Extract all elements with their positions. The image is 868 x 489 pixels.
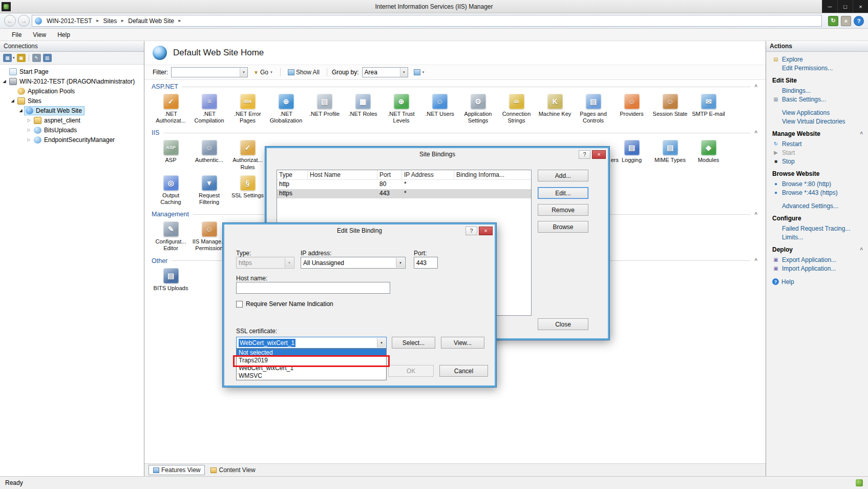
collapse-chevron-icon[interactable]: ^ xyxy=(860,247,863,253)
group-by-select[interactable]: Area ▼ xyxy=(362,67,408,77)
close-button[interactable]: × xyxy=(853,0,868,13)
breadcrumb-item-sites[interactable]: Sites xyxy=(102,17,119,25)
dialog-help-button[interactable]: ? xyxy=(579,150,590,159)
collapse-chevron-icon[interactable]: ^ xyxy=(754,212,758,217)
feature-smtp-e-mail[interactable]: ✉SMTP E-mail xyxy=(689,92,728,124)
tree-item-win-2012-test-dragon-administrator[interactable]: ◢WIN-2012-TEST (DRAGON\administrator) xyxy=(0,76,144,86)
go-button[interactable]: ▼ Go ▼ xyxy=(251,68,276,77)
tree-item-aspnet-client[interactable]: ▷aspnet_client xyxy=(0,115,144,125)
action-start[interactable]: ▶Start xyxy=(772,148,863,157)
feature-net-globalization[interactable]: ⊕.NET Globalization xyxy=(267,92,305,124)
stop-icon[interactable]: × xyxy=(841,16,851,26)
view-options-dropdown-icon[interactable]: ▼ xyxy=(422,71,425,74)
action-export-application[interactable]: ▣Export Application... xyxy=(772,255,863,264)
filter-input[interactable]: ▼ xyxy=(171,67,248,77)
dropdown-arrow-icon[interactable]: ▼ xyxy=(396,258,405,268)
remove-button[interactable]: Remove xyxy=(538,204,588,216)
feature-providers[interactable]: ☺Providers xyxy=(612,92,651,124)
feature-net-trust-levels[interactable]: ⊕.NET Trust Levels xyxy=(382,92,420,124)
dialog-titlebar[interactable]: Site Bindings ? × xyxy=(267,148,608,160)
feature-net-compilation[interactable]: ≡.NET Compilation xyxy=(190,92,228,124)
action-view-virtual-directories[interactable]: View Virtual Directories xyxy=(772,117,863,126)
action-edit-permissions[interactable]: Edit Permissions... xyxy=(772,64,863,72)
feature-net-roles[interactable]: ▦.NET Roles xyxy=(344,92,382,124)
feature-net-profile[interactable]: ▤.NET Profile xyxy=(305,92,344,124)
feature-connection-strings[interactable]: abConnection Strings xyxy=(497,92,536,124)
port-input[interactable]: 443 xyxy=(414,257,438,269)
go-dropdown-icon[interactable]: ▼ xyxy=(270,71,273,74)
action-limits[interactable]: Limits... xyxy=(772,233,863,241)
action-restart[interactable]: ↻Restart xyxy=(772,139,863,148)
collapse-chevron-icon[interactable]: ^ xyxy=(754,84,758,90)
column-header-binding-informa[interactable]: Binding Informa... xyxy=(454,170,531,179)
dropdown-arrow-icon[interactable]: ▼ xyxy=(240,68,247,77)
feature-request-filtering[interactable]: ▼Request Filtering xyxy=(190,174,228,206)
feature-modules[interactable]: ◆Modules xyxy=(689,138,728,170)
feature-output-caching[interactable]: ◎Output Caching xyxy=(152,174,190,206)
sni-checkbox[interactable]: Require Server Name Indication xyxy=(236,300,333,308)
binding-row-https[interactable]: https443* xyxy=(277,189,531,198)
tree-item-start-page[interactable]: Start Page xyxy=(0,67,144,76)
save-connection-icon[interactable]: ▣ xyxy=(17,54,26,62)
view-certificate-button[interactable]: View... xyxy=(441,337,484,349)
help-icon[interactable]: ? xyxy=(854,16,864,26)
feature-application-settings[interactable]: ⚙Application Settings xyxy=(459,92,497,124)
feature-machine-key[interactable]: KMachine Key xyxy=(536,92,574,124)
feature-logging[interactable]: ▤Logging xyxy=(612,138,651,170)
servers-icon[interactable]: ▥ xyxy=(43,54,52,62)
feature-authentic[interactable]: ☺Authentic... xyxy=(190,138,228,170)
tree-expander-icon[interactable]: ▷ xyxy=(26,128,32,132)
tree-item-application-pools[interactable]: Application Pools xyxy=(0,86,144,96)
tab-features-view[interactable]: Features View xyxy=(149,465,205,475)
host-name-input[interactable] xyxy=(236,282,390,294)
dialog-close-button[interactable]: × xyxy=(592,150,606,159)
back-icon[interactable]: ← xyxy=(4,15,16,27)
minimize-button[interactable]: ─ xyxy=(822,0,837,13)
menu-help[interactable]: Help xyxy=(52,30,76,40)
action-bindings[interactable]: Bindings... xyxy=(772,86,863,95)
edit-icon[interactable]: ✎ xyxy=(32,54,41,62)
collapse-chevron-icon[interactable]: ^ xyxy=(754,258,758,263)
breadcrumb-item-win-2012-test[interactable]: WIN-2012-TEST xyxy=(45,17,94,25)
tree-expander-icon[interactable]: ▷ xyxy=(26,118,32,123)
column-header-port[interactable]: Port xyxy=(377,170,402,179)
feature-configurat-editor[interactable]: ✎Configurat... Editor xyxy=(152,220,190,252)
tree-expander-icon[interactable]: ◢ xyxy=(17,108,24,113)
connect-icon[interactable]: ▦ xyxy=(3,54,12,62)
action-help[interactable]: ?Help xyxy=(772,277,863,286)
browse-button[interactable]: Browse xyxy=(538,221,588,233)
menu-view[interactable]: View xyxy=(27,30,52,40)
breadcrumb[interactable]: WIN-2012-TEST►Sites►Default Web Site► xyxy=(32,15,822,27)
ssl-certificate-select[interactable]: WebCert_wixCert_1 ▼ xyxy=(236,337,387,349)
feature-authorizat-rules[interactable]: ✓Authorizat... Rules xyxy=(228,138,267,170)
ok-button[interactable]: OK xyxy=(388,365,434,377)
action-view-applications[interactable]: View Applications xyxy=(772,108,863,117)
ip-address-select[interactable]: All Unassigned ▼ xyxy=(301,257,406,269)
feature-net-users[interactable]: ☺.NET Users xyxy=(420,92,459,124)
tree-expander-icon[interactable]: ◢ xyxy=(9,98,16,103)
tree-item-sites[interactable]: ◢Sites xyxy=(0,96,144,106)
dropdown-arrow-icon[interactable]: ▼ xyxy=(377,338,386,348)
column-header-type[interactable]: Type xyxy=(277,170,308,179)
binding-row-http[interactable]: http80* xyxy=(277,180,531,189)
feature-bits-uploads[interactable]: ▤BITS Uploads xyxy=(152,267,190,292)
dialog-titlebar[interactable]: Edit Site Binding ? × xyxy=(224,225,495,237)
tree-item-endpointsecuritymanager[interactable]: ▷EndpointSecurityManager xyxy=(0,135,144,145)
action-stop[interactable]: ■Stop xyxy=(772,157,863,166)
refresh-icon[interactable]: ↻ xyxy=(828,16,838,26)
view-options-button[interactable]: ▼ xyxy=(411,68,428,76)
breadcrumb-item-default-web-site[interactable]: Default Web Site xyxy=(126,17,176,25)
ssl-option-wmsvc[interactable]: WMSVC xyxy=(237,372,386,380)
menu-file[interactable]: File xyxy=(6,30,27,40)
feature-ssl-settings[interactable]: §SSL Settings xyxy=(228,174,267,206)
feature-pages-and-controls[interactable]: ▤Pages and Controls xyxy=(574,92,612,124)
close-dialog-button[interactable]: Close xyxy=(538,318,588,330)
feature-net-error-pages[interactable]: 404.NET Error Pages xyxy=(228,92,267,124)
tree-item-bitsuploads[interactable]: ▷BitsUploads xyxy=(0,125,144,135)
feature-asp[interactable]: ASPASP xyxy=(152,138,190,170)
collapse-chevron-icon[interactable]: ^ xyxy=(860,131,863,137)
edit-button[interactable]: Edit... xyxy=(538,187,588,199)
action-failed-request-tracing[interactable]: Failed Request Tracing... xyxy=(772,224,863,233)
feature-mime-types[interactable]: ▤MIME Types xyxy=(651,138,689,170)
show-all-button[interactable]: Show All xyxy=(285,68,322,77)
